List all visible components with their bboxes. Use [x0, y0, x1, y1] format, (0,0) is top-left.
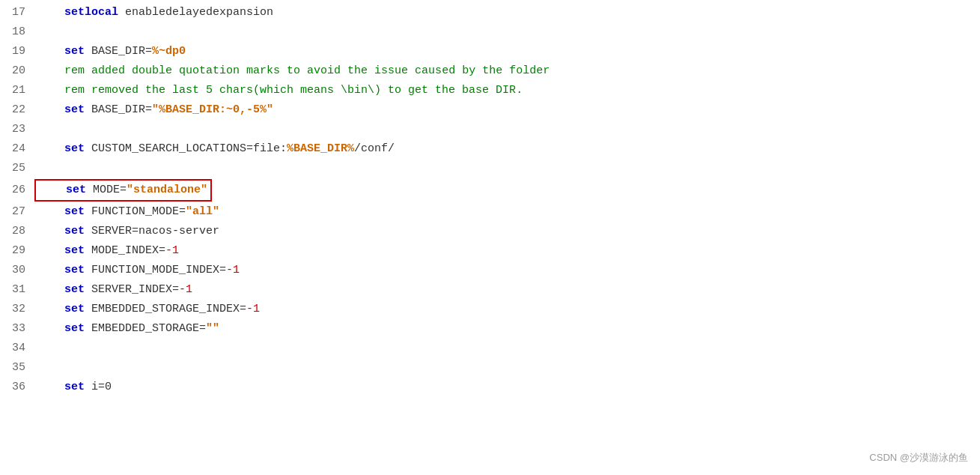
code-token	[37, 283, 64, 296]
code-line: 27 set FUNCTION_MODE="all"	[0, 202, 980, 222]
code-line: 19 set BASE_DIR=%~dp0	[0, 42, 980, 61]
code-token	[37, 103, 64, 116]
line-content: rem added double quotation marks to avoi…	[37, 62, 980, 80]
code-token	[37, 322, 64, 335]
code-token: BASE_DIR=	[85, 103, 152, 116]
line-number: 28	[0, 223, 37, 240]
code-line: 32 set EMBEDDED_STORAGE_INDEX=-1	[0, 300, 980, 319]
code-token	[37, 225, 64, 238]
code-token: set	[64, 225, 85, 238]
code-token: SERVER=nacos-server	[85, 225, 219, 238]
code-token: the	[347, 64, 368, 77]
line-number: 18	[0, 23, 37, 41]
line-number: 27	[0, 203, 37, 221]
code-token: rem	[64, 84, 85, 97]
code-token	[37, 264, 64, 276]
line-number: 26	[0, 181, 37, 199]
code-token: set	[64, 264, 85, 276]
code-token	[37, 64, 64, 77]
line-content: set EMBEDDED_STORAGE=""	[37, 320, 980, 338]
code-line: 26 set MODE="standalone"	[0, 178, 980, 202]
code-line: 28 set SERVER=nacos-server	[0, 222, 980, 241]
line-number: 29	[0, 242, 37, 260]
code-token: set	[64, 205, 85, 218]
line-content: set FUNCTION_MODE="all"	[37, 203, 980, 221]
line-number: 32	[0, 300, 37, 318]
line-number: 21	[0, 82, 37, 100]
code-token: set	[64, 381, 85, 393]
code-token: FUNCTION_MODE=	[85, 205, 186, 218]
code-token: set	[64, 45, 85, 58]
code-line: 22 set BASE_DIR="%BASE_DIR:~0,-5%"	[0, 100, 980, 120]
code-editor: 17 setlocal enabledelayedexpansion1819 s…	[0, 0, 980, 475]
code-line: 29 set MODE_INDEX=-1	[0, 241, 980, 261]
code-token: i=0	[85, 381, 112, 393]
code-line: 21 rem removed the last 5 chars(which me…	[0, 81, 980, 100]
code-token: rem	[64, 64, 85, 77]
code-token: folder	[502, 64, 550, 77]
code-token: set	[64, 322, 85, 335]
code-line: 36 set i=0	[0, 378, 980, 397]
code-line: 31 set SERVER_INDEX=-1	[0, 280, 980, 300]
code-token: -1	[246, 303, 260, 315]
code-token: -1	[179, 283, 192, 296]
code-token: issue caused by	[368, 64, 482, 77]
line-number: 17	[0, 4, 37, 22]
code-token: /conf/	[354, 142, 395, 155]
code-token: FUNCTION_MODE_INDEX=	[85, 264, 226, 276]
line-content: set SERVER_INDEX=-1	[37, 281, 980, 299]
code-token: BASE_DIR=	[85, 45, 152, 58]
code-token: set	[64, 244, 85, 257]
line-content: setlocal enabledelayedexpansion	[37, 4, 980, 22]
line-number: 35	[0, 359, 37, 377]
line-content: set EMBEDDED_STORAGE_INDEX=-1	[37, 300, 980, 318]
code-line: 30 set FUNCTION_MODE_INDEX=-1	[0, 261, 980, 280]
line-content: set SERVER=nacos-server	[37, 223, 980, 240]
code-token: added double quotation marks to avoid	[85, 64, 347, 77]
code-token: setlocal	[64, 6, 118, 19]
code-token	[37, 6, 64, 19]
line-number: 34	[0, 339, 37, 357]
line-content: set CUSTOM_SEARCH_LOCATIONS=file:%BASE_D…	[37, 140, 980, 158]
line-content: set MODE="standalone"	[37, 179, 980, 202]
code-line: 35	[0, 358, 980, 378]
line-number: 30	[0, 261, 37, 279]
code-token: ""	[206, 322, 219, 335]
line-content: set i=0	[37, 378, 980, 396]
code-line: 17 setlocal enabledelayedexpansion	[0, 3, 980, 22]
code-line: 25	[0, 159, 980, 178]
code-line: 33 set EMBEDDED_STORAGE=""	[0, 319, 980, 339]
code-line: 23	[0, 120, 980, 139]
code-token	[37, 381, 64, 393]
code-token: "%BASE_DIR:~0,-5%"	[152, 103, 273, 116]
code-token: "all"	[186, 205, 219, 218]
code-token: EMBEDDED_STORAGE_INDEX=	[85, 303, 246, 315]
code-token: CUSTOM_SEARCH_LOCATIONS=file:	[85, 142, 287, 155]
line-content: set MODE_INDEX=-1	[37, 242, 980, 260]
line-number: 31	[0, 281, 37, 299]
highlighted-code-box: set MODE="standalone"	[34, 179, 212, 202]
code-token: SERVER_INDEX=	[85, 283, 179, 296]
code-token: -1	[165, 244, 179, 257]
line-number: 22	[0, 101, 37, 119]
code-token: set	[64, 283, 85, 296]
line-number: 33	[0, 320, 37, 338]
line-number: 20	[0, 62, 37, 80]
code-token	[37, 244, 64, 257]
code-token	[37, 84, 64, 97]
code-token: the	[482, 64, 502, 77]
watermark-text: CSDN @沙漠游泳的鱼	[869, 450, 968, 466]
line-number: 23	[0, 121, 37, 139]
line-content: set FUNCTION_MODE_INDEX=-1	[37, 261, 980, 279]
code-token: set	[64, 103, 85, 116]
code-token: EMBEDDED_STORAGE=	[85, 322, 206, 335]
code-token: %~dp0	[152, 45, 186, 58]
code-token	[37, 142, 64, 155]
code-token: %BASE_DIR%	[287, 142, 354, 155]
line-number: 36	[0, 378, 37, 396]
line-content: set BASE_DIR="%BASE_DIR:~0,-5%"	[37, 101, 980, 119]
code-line: 34	[0, 339, 980, 358]
code-token: set	[64, 142, 85, 155]
code-token: MODE_INDEX=	[85, 244, 165, 257]
code-token: -1	[226, 264, 240, 276]
